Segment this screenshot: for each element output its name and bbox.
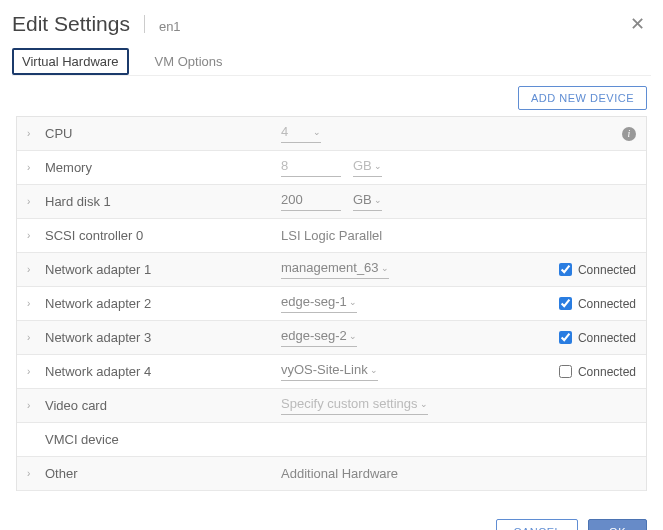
chevron-right-icon[interactable]: › xyxy=(27,196,43,207)
net2-select[interactable]: edge-seg-1 ⌄ xyxy=(281,294,357,313)
video-label: Video card xyxy=(43,398,281,413)
hard-disk-unit-select[interactable]: GB ⌄ xyxy=(353,192,382,211)
chevron-down-icon: ⌄ xyxy=(381,263,389,273)
toolbar: ADD NEW DEVICE xyxy=(12,76,651,116)
memory-label: Memory xyxy=(43,160,281,175)
hard-disk-label: Hard disk 1 xyxy=(43,194,281,209)
net4-label: Network adapter 4 xyxy=(43,364,281,379)
other-value: Additional Hardware xyxy=(281,466,398,481)
edit-settings-dialog: Edit Settings en1 ✕ Virtual Hardware VM … xyxy=(0,0,663,530)
cancel-button[interactable]: CANCEL xyxy=(496,519,578,530)
chevron-down-icon: ⌄ xyxy=(374,195,382,205)
row-network-adapter-4: › Network adapter 4 vyOS-Site-Link ⌄ Con… xyxy=(17,355,646,389)
row-scsi-controller-0: › SCSI controller 0 LSI Logic Parallel xyxy=(17,219,646,253)
chevron-right-icon[interactable]: › xyxy=(27,366,43,377)
info-icon[interactable]: i xyxy=(622,127,636,141)
row-cpu: › CPU 4 ⌄ i xyxy=(17,117,646,151)
memory-value-input[interactable]: 8 xyxy=(281,158,341,177)
vm-name: en1 xyxy=(159,19,181,34)
net2-label: Network adapter 2 xyxy=(43,296,281,311)
net3-connected-checkbox[interactable] xyxy=(559,331,572,344)
chevron-right-icon[interactable]: › xyxy=(27,298,43,309)
chevron-down-icon: ⌄ xyxy=(313,127,321,137)
chevron-right-icon[interactable]: › xyxy=(27,400,43,411)
net4-connected-checkbox[interactable] xyxy=(559,365,572,378)
dialog-header: Edit Settings en1 ✕ xyxy=(12,8,651,44)
connected-label: Connected xyxy=(578,263,636,277)
chevron-down-icon: ⌄ xyxy=(349,297,357,307)
cpu-select[interactable]: 4 ⌄ xyxy=(281,124,321,143)
chevron-right-icon[interactable]: › xyxy=(27,264,43,275)
tab-virtual-hardware[interactable]: Virtual Hardware xyxy=(12,48,129,75)
net3-label: Network adapter 3 xyxy=(43,330,281,345)
video-select[interactable]: Specify custom settings ⌄ xyxy=(281,396,428,415)
cpu-label: CPU xyxy=(43,126,281,141)
hardware-table: › CPU 4 ⌄ i › Memory 8 GB ⌄ xyxy=(16,116,647,491)
net3-select[interactable]: edge-seg-2 ⌄ xyxy=(281,328,357,347)
add-new-device-button[interactable]: ADD NEW DEVICE xyxy=(518,86,647,110)
hard-disk-value-input[interactable]: 200 xyxy=(281,192,341,211)
row-memory: › Memory 8 GB ⌄ xyxy=(17,151,646,185)
scsi-value: LSI Logic Parallel xyxy=(281,228,382,243)
chevron-right-icon[interactable]: › xyxy=(27,332,43,343)
other-label: Other xyxy=(43,466,281,481)
vmci-label: VMCI device xyxy=(43,432,281,447)
net1-connected-checkbox[interactable] xyxy=(559,263,572,276)
chevron-right-icon[interactable]: › xyxy=(27,468,43,479)
row-other: › Other Additional Hardware xyxy=(17,457,646,491)
tab-bar: Virtual Hardware VM Options xyxy=(12,44,651,76)
row-network-adapter-3: › Network adapter 3 edge-seg-2 ⌄ Connect… xyxy=(17,321,646,355)
row-network-adapter-2: › Network adapter 2 edge-seg-1 ⌄ Connect… xyxy=(17,287,646,321)
dialog-title: Edit Settings xyxy=(12,12,130,36)
net1-select[interactable]: management_63 ⌄ xyxy=(281,260,389,279)
close-icon[interactable]: ✕ xyxy=(624,13,651,35)
chevron-down-icon: ⌄ xyxy=(374,161,382,171)
net4-select[interactable]: vyOS-Site-Link ⌄ xyxy=(281,362,378,381)
divider xyxy=(144,15,145,33)
dialog-footer: CANCEL OK xyxy=(12,491,651,530)
chevron-down-icon: ⌄ xyxy=(349,331,357,341)
connected-label: Connected xyxy=(578,297,636,311)
chevron-down-icon: ⌄ xyxy=(420,399,428,409)
chevron-right-icon[interactable]: › xyxy=(27,162,43,173)
row-hard-disk-1: › Hard disk 1 200 GB ⌄ xyxy=(17,185,646,219)
row-vmci-device: VMCI device xyxy=(17,423,646,457)
chevron-right-icon[interactable]: › xyxy=(27,128,43,139)
row-video-card: › Video card Specify custom settings ⌄ xyxy=(17,389,646,423)
chevron-right-icon[interactable]: › xyxy=(27,230,43,241)
scsi-label: SCSI controller 0 xyxy=(43,228,281,243)
row-network-adapter-1: › Network adapter 1 management_63 ⌄ Conn… xyxy=(17,253,646,287)
connected-label: Connected xyxy=(578,331,636,345)
chevron-down-icon: ⌄ xyxy=(370,365,378,375)
header-left: Edit Settings en1 xyxy=(12,12,181,36)
net2-connected-checkbox[interactable] xyxy=(559,297,572,310)
connected-label: Connected xyxy=(578,365,636,379)
net1-label: Network adapter 1 xyxy=(43,262,281,277)
memory-unit-select[interactable]: GB ⌄ xyxy=(353,158,382,177)
ok-button[interactable]: OK xyxy=(588,519,647,530)
tab-vm-options[interactable]: VM Options xyxy=(147,48,231,75)
